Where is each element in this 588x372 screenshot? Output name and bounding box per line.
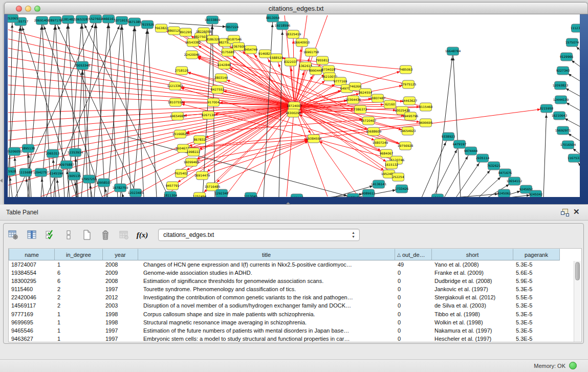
column-header-name[interactable]: name xyxy=(9,249,55,260)
table-cell[interactable]: 2 xyxy=(55,293,103,301)
table-cell[interactable]: Tourette syndrome. Phenomenology and cla… xyxy=(138,285,395,293)
table-row[interactable]: 1872400712008Changes of HCN gene express… xyxy=(9,260,581,269)
table-cell[interactable]: 5.3E-5 xyxy=(513,285,560,293)
table-cell[interactable]: Jankovic et al. (1997) xyxy=(432,285,513,293)
table-cell[interactable]: 9115460 xyxy=(9,285,55,293)
table-cell[interactable]: 2008 xyxy=(103,277,138,285)
graph-edge[interactable] xyxy=(122,20,131,197)
graph-edge[interactable] xyxy=(467,166,494,197)
table-cell[interactable]: Tibbo et al. (1998) xyxy=(432,310,513,318)
table-cell[interactable]: 18300295 xyxy=(9,277,55,285)
table-cell[interactable]: de Silva et al. (2003) xyxy=(432,301,513,310)
table-cell[interactable]: Embryonic stem cells: a model to study s… xyxy=(138,335,395,343)
table-vertical-scrollbar[interactable] xyxy=(574,261,581,342)
graph-edge[interactable] xyxy=(8,106,294,149)
table-cell[interactable]: 5.3E-5 xyxy=(513,318,560,326)
table-row[interactable]: 946362711997Embryonic stem cells: a mode… xyxy=(9,335,581,343)
table-cell[interactable]: 1 xyxy=(55,260,103,269)
graph-edge[interactable] xyxy=(8,106,294,140)
table-cell[interactable]: 5.3E-5 xyxy=(513,301,560,310)
memory-status-indicator[interactable] xyxy=(569,362,577,369)
table-cell[interactable]: 6 xyxy=(55,269,103,277)
table-cell[interactable]: Changes of HCN gene expression and I(f) … xyxy=(138,260,395,269)
table-cell[interactable]: 0 xyxy=(395,310,432,318)
column-header-out_de[interactable]: △out_de… xyxy=(395,249,432,260)
table-cell[interactable]: 0 xyxy=(395,301,432,310)
table-cell[interactable]: 1 xyxy=(55,326,103,335)
table-cell[interactable]: 2003 xyxy=(103,301,138,310)
function-builder-icon[interactable]: f(x) xyxy=(137,229,148,240)
side-panel-collapse-arrow[interactable] xyxy=(0,179,3,183)
table-cell[interactable]: 1997 xyxy=(103,335,138,343)
table-cell[interactable]: 19384554 xyxy=(9,269,55,277)
graph-edge[interactable] xyxy=(96,19,105,197)
table-cell[interactable]: 0 xyxy=(395,269,432,277)
table-cell[interactable]: 5.3E-5 xyxy=(513,335,560,343)
table-row[interactable]: 1938455462009Genome-wide association stu… xyxy=(9,269,581,277)
column-header-short[interactable]: short xyxy=(432,249,513,260)
table-cell[interactable]: 1 xyxy=(55,310,103,318)
table-cell[interactable]: 5.3E-5 xyxy=(513,326,560,335)
table-cell[interactable]: 1997 xyxy=(103,326,138,335)
graph-edge[interactable] xyxy=(133,25,147,197)
network-window-titlebar[interactable]: citations_edges.txt xyxy=(4,2,588,14)
table-cell[interactable]: 1998 xyxy=(103,310,138,318)
graph-edge[interactable] xyxy=(436,51,453,197)
column-header-year[interactable]: year xyxy=(103,249,138,260)
graph-edge[interactable] xyxy=(225,106,294,196)
table-row[interactable]: 2242004622012Investigating the contribut… xyxy=(9,293,581,301)
table-cell[interactable]: 9465546 xyxy=(9,326,55,335)
table-cell[interactable]: 1997 xyxy=(103,285,138,293)
table-cell[interactable]: Structural magnetic resonance image aver… xyxy=(138,318,395,326)
table-cell[interactable]: 0 xyxy=(395,277,432,285)
table-row[interactable]: 977716911998Corpus callosum shape and si… xyxy=(9,310,581,318)
table-cell[interactable]: 1 xyxy=(55,318,103,326)
graph-edge[interactable] xyxy=(128,137,353,197)
table-cell[interactable]: Stergiakouli et al. (2012) xyxy=(432,293,513,301)
table-cell[interactable]: 0 xyxy=(395,293,432,301)
graph-edge[interactable] xyxy=(543,108,547,197)
merge-rows-icon[interactable] xyxy=(63,229,74,240)
table-cell[interactable]: Disruption of a novel member of a sodium… xyxy=(138,301,395,310)
row-selection-icon[interactable] xyxy=(45,229,56,240)
table-row[interactable]: 946554611997Estimation of the future num… xyxy=(9,326,581,335)
table-cell[interactable]: Corpus callosum shape and size in male p… xyxy=(138,310,395,318)
table-cell[interactable]: 0 xyxy=(395,335,432,343)
graph-edge[interactable] xyxy=(8,106,294,168)
table-cell[interactable]: 5.5E-5 xyxy=(513,293,560,301)
column-header-title[interactable]: title xyxy=(138,249,395,260)
table-cell[interactable]: 5.3E-5 xyxy=(513,260,560,269)
graph-edge[interactable] xyxy=(203,20,212,197)
network-table-select[interactable]: citations_edges.txt ▲▼ xyxy=(158,229,360,241)
delete-column-icon[interactable] xyxy=(100,229,111,240)
column-visibility-icon[interactable] xyxy=(26,229,37,240)
table-row[interactable]: 911546021997Tourette syndrome. Phenomeno… xyxy=(9,285,581,293)
graph-edge[interactable] xyxy=(192,55,294,106)
table-cell[interactable]: Yano et al. (2008) xyxy=(432,260,513,269)
table-cell[interactable]: 14569117 xyxy=(9,301,55,310)
table-cell[interactable]: 0 xyxy=(395,318,432,326)
table-cell[interactable]: 1 xyxy=(55,335,103,343)
column-header-pagerank[interactable]: pagerank xyxy=(513,249,560,260)
table-row[interactable]: 1456911722003Disruption of a novel membe… xyxy=(9,301,581,310)
graph-edge[interactable] xyxy=(68,19,77,197)
table-cell[interactable]: 2008 xyxy=(103,260,138,269)
table-cell[interactable]: Franke et al. (2009) xyxy=(432,269,513,277)
graph-edge[interactable] xyxy=(107,20,122,197)
table-cell[interactable]: Dudbridge et al. (2008) xyxy=(432,277,513,285)
table-cell[interactable]: 9699695 xyxy=(9,318,55,326)
column-header-in_degree[interactable]: in_degree xyxy=(55,249,103,260)
float-window-icon[interactable] xyxy=(561,209,568,215)
table-cell[interactable]: 1998 xyxy=(103,318,138,326)
table-row[interactable]: 969969511998Structural magnetic resonanc… xyxy=(9,318,581,326)
table-row[interactable]: 1830029562008Estimation of significance … xyxy=(9,277,581,285)
table-cell[interactable]: 49 xyxy=(395,260,432,269)
table-cell[interactable]: 0 xyxy=(395,326,432,335)
table-cell[interactable]: Nakamura et al. (1997) xyxy=(432,326,513,335)
graph-edge[interactable] xyxy=(212,106,294,187)
table-cell[interactable]: Estimation of significance thresholds fo… xyxy=(138,277,395,285)
scrollbar-thumb[interactable] xyxy=(575,262,580,280)
table-cell[interactable]: 9463627 xyxy=(9,335,55,343)
table-mode-icon[interactable] xyxy=(8,229,19,240)
table-cell[interactable]: Estimation of the future numbers of pati… xyxy=(138,326,395,335)
